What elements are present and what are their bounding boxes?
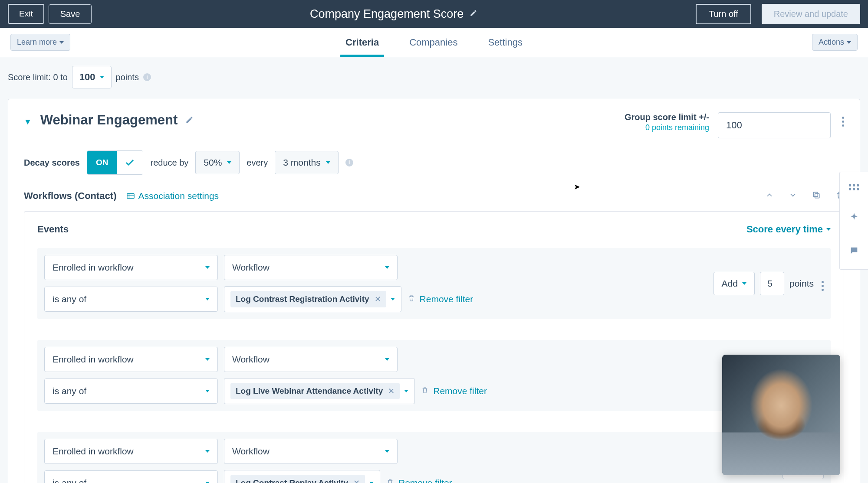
event-score: Add points — [713, 255, 824, 312]
section-title: Workflows (Contact) — [24, 190, 116, 202]
points-label: points — [789, 278, 814, 289]
trigger-dropdown[interactable]: Enrolled in workflow — [44, 347, 218, 372]
copy-icon[interactable] — [812, 191, 821, 201]
trigger-value: Enrolled in workflow — [53, 354, 134, 365]
trash-icon — [421, 386, 429, 397]
property-value: Workflow — [232, 446, 270, 457]
events-container: Events Score every time Enrolled in work… — [24, 211, 844, 483]
trigger-value: Enrolled in workflow — [53, 262, 134, 273]
review-update-button: Review and update — [762, 4, 860, 24]
caret-down-icon — [385, 450, 389, 453]
info-icon[interactable]: i — [143, 73, 151, 81]
association-settings-link[interactable]: Association settings — [127, 191, 219, 201]
decay-percent-dropdown[interactable]: 50% — [195, 151, 240, 174]
save-button[interactable]: Save — [49, 4, 92, 24]
score-limit-suffix: points — [116, 72, 139, 82]
score-every-label: Score every time — [746, 224, 823, 235]
chat-icon[interactable] — [849, 246, 859, 257]
group-limit-input[interactable] — [718, 112, 831, 138]
caret-down-icon — [205, 450, 210, 453]
score-limit-dropdown[interactable]: 100 — [72, 66, 112, 88]
caret-down-icon — [227, 161, 231, 164]
remove-filter-label: Remove filter — [433, 386, 487, 396]
property-dropdown[interactable]: Workflow — [224, 347, 398, 372]
trash-icon — [408, 294, 415, 305]
add-dropdown[interactable]: Add — [713, 272, 755, 295]
property-value: Workflow — [232, 262, 270, 273]
operator-value: is any of — [53, 386, 86, 396]
decay-label: Decay scores — [24, 158, 80, 168]
add-label: Add — [722, 278, 738, 289]
tag-remove-icon[interactable]: ✕ — [353, 478, 360, 483]
group-name: Webinar Engagement — [40, 112, 178, 128]
operator-dropdown[interactable]: is any of — [44, 470, 218, 483]
tab-companies[interactable]: Companies — [409, 28, 457, 57]
tag-label: Log Contrast Replay Activity — [236, 478, 348, 483]
score-every-dropdown[interactable]: Score every time — [746, 224, 831, 235]
tag-remove-icon[interactable]: ✕ — [375, 294, 381, 304]
score-limit-value: 100 — [79, 72, 95, 83]
remove-filter-link[interactable]: Remove filter — [408, 294, 473, 305]
group-kebab-menu[interactable] — [839, 112, 844, 127]
actions-dropdown[interactable]: Actions — [812, 34, 858, 51]
property-dropdown[interactable]: Workflow — [224, 255, 398, 280]
caret-down-icon — [205, 390, 210, 392]
ai-sparkle-icon[interactable] — [849, 212, 859, 224]
trigger-dropdown[interactable]: Enrolled in workflow — [44, 439, 218, 464]
points-input[interactable] — [760, 272, 784, 295]
value-tag-dropdown[interactable]: Log Live Webinar Attendance Activity✕ — [224, 378, 415, 404]
exit-button[interactable]: Exit — [8, 4, 44, 24]
caret-down-icon — [742, 282, 746, 285]
event-kebab-menu[interactable] — [819, 277, 824, 291]
decay-toggle[interactable]: ON — [87, 150, 144, 175]
tab-bar: Learn more Criteria Companies Settings A… — [0, 28, 868, 57]
caret-down-icon — [326, 161, 330, 164]
remove-filter-label: Remove filter — [420, 294, 473, 304]
caret-down-icon — [205, 358, 210, 361]
value-tag-dropdown[interactable]: Log Contrast Registration Activity✕ — [224, 286, 401, 312]
tag-remove-icon[interactable]: ✕ — [388, 386, 395, 396]
operator-dropdown[interactable]: is any of — [44, 287, 218, 312]
turn-off-button[interactable]: Turn off — [696, 4, 751, 24]
event-rule-block: Enrolled in workflow Workflow is any of … — [37, 248, 831, 319]
remove-filter-link[interactable]: Remove filter — [421, 386, 487, 397]
caret-down-icon — [59, 41, 64, 44]
operator-dropdown[interactable]: is any of — [44, 379, 218, 404]
collapse-caret-icon[interactable]: ▼ — [24, 117, 32, 127]
decay-period-dropdown[interactable]: 3 months — [275, 151, 338, 174]
value-tag-dropdown[interactable]: Log Contrast Replay Activity✕ — [224, 470, 380, 483]
trash-icon — [386, 478, 394, 483]
tab-criteria[interactable]: Criteria — [345, 28, 379, 57]
tag-chip: Log Contrast Replay Activity✕ — [230, 475, 365, 483]
webcam-overlay — [722, 355, 840, 475]
every-text: every — [247, 158, 268, 168]
tag-label: Log Live Webinar Attendance Activity — [236, 386, 383, 396]
operator-value: is any of — [53, 478, 86, 483]
score-limit-prefix: Score limit: 0 to — [8, 72, 68, 82]
move-up-icon[interactable] — [765, 191, 774, 201]
tag-chip: Log Live Webinar Attendance Activity✕ — [230, 383, 400, 399]
learn-more-dropdown[interactable]: Learn more — [10, 34, 70, 51]
edit-title-pencil-icon[interactable] — [470, 9, 477, 19]
caret-down-icon — [826, 228, 831, 231]
event-rule-block: Enrolled in workflow Workflow is any of … — [37, 340, 831, 411]
info-icon[interactable]: i — [345, 159, 353, 166]
property-dropdown[interactable]: Workflow — [224, 439, 398, 464]
side-rail — [839, 172, 868, 270]
group-header: ▼ Webinar Engagement Group score limit +… — [24, 112, 844, 138]
move-down-icon[interactable] — [789, 191, 797, 201]
apps-grid-icon[interactable] — [849, 184, 859, 190]
caret-down-icon — [847, 41, 851, 44]
tab-settings[interactable]: Settings — [488, 28, 523, 57]
section-header: Workflows (Contact) Association settings — [24, 190, 844, 202]
remove-filter-link[interactable]: Remove filter — [386, 478, 452, 483]
reduce-by-text: reduce by — [150, 158, 188, 168]
operator-value: is any of — [53, 294, 86, 304]
trigger-dropdown[interactable]: Enrolled in workflow — [44, 255, 218, 280]
edit-group-pencil-icon[interactable] — [185, 116, 194, 126]
group-limit-remaining: 0 points remaining — [625, 123, 709, 132]
svg-rect-3 — [815, 194, 819, 198]
page-title: Company Engagement Score — [310, 7, 464, 21]
caret-down-icon — [391, 298, 395, 300]
events-header: Events Score every time — [37, 224, 831, 235]
